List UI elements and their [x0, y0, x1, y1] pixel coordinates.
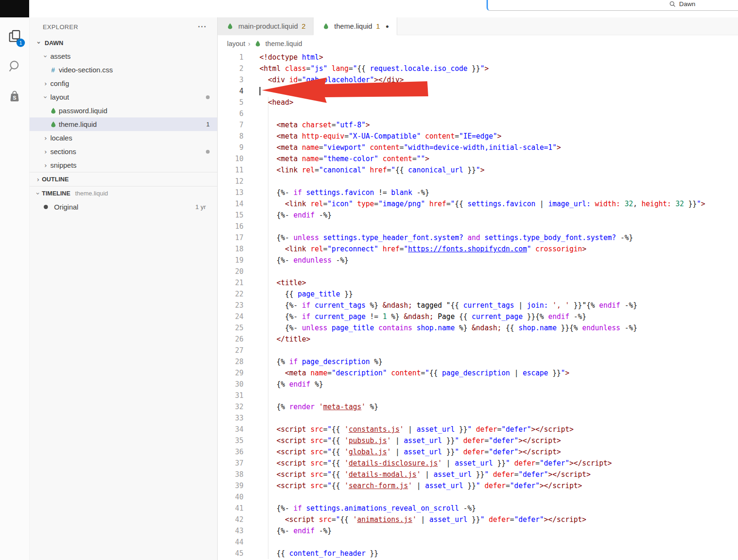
code-line-36[interactable]: 36 <script src="{{ 'global.js' | asset_u…: [218, 446, 738, 458]
line-number[interactable]: 39: [218, 480, 243, 491]
line-number[interactable]: 21: [218, 277, 243, 288]
code-line-21[interactable]: 21 <title>: [218, 277, 738, 288]
code-line-8[interactable]: 8 <meta http-equiv="X-UA-Compatible" con…: [218, 131, 738, 142]
code-line-43[interactable]: 43 {%- endif -%}: [218, 525, 738, 537]
line-number[interactable]: 26: [218, 334, 243, 345]
code-line-15[interactable]: 15 {%- endif -%}: [218, 210, 738, 221]
code-line-17[interactable]: 17 {%- unless settings.type_header_font.…: [218, 232, 738, 243]
dirty-indicator-icon[interactable]: ●: [385, 23, 389, 30]
line-number[interactable]: 33: [218, 412, 243, 424]
code-line-41[interactable]: 41 {%- if settings.animations_reveal_on_…: [218, 503, 738, 514]
tree-item-sections[interactable]: ›sections: [30, 145, 217, 158]
code-line-9[interactable]: 9 <meta name="viewport" content="width=d…: [218, 142, 738, 153]
line-number[interactable]: 32: [218, 401, 243, 412]
line-number[interactable]: 15: [218, 210, 243, 221]
line-number[interactable]: 23: [218, 300, 243, 311]
code-line-39[interactable]: 39 <script src="{{ 'search-form.js' | as…: [218, 480, 738, 491]
code-line-42[interactable]: 42 <script src="{{ 'animations.js' | ass…: [218, 514, 738, 525]
code-line-13[interactable]: 13 {%- if settings.favicon != blank -%}: [218, 187, 738, 198]
code-line-6[interactable]: 6: [218, 108, 738, 119]
timeline-item-Original[interactable]: Original1 yr: [30, 200, 217, 214]
line-number[interactable]: 16: [218, 221, 243, 232]
code-line-38[interactable]: 38 <script src="{{ 'details-modal.js' | …: [218, 469, 738, 480]
code-line-27[interactable]: 27: [218, 345, 738, 356]
code-line-25[interactable]: 25 {%- unless page_title contains shop.n…: [218, 322, 738, 334]
line-number[interactable]: 2: [218, 63, 243, 74]
code-line-30[interactable]: 30 {% endif %}: [218, 379, 738, 390]
tree-item-snippets[interactable]: ›snippets: [30, 158, 217, 172]
code-line-4[interactable]: 4: [218, 86, 738, 97]
search-activity-button[interactable]: [0, 51, 29, 81]
tab-main-product.liquid[interactable]: main-product.liquid2: [218, 17, 314, 35]
line-number[interactable]: 22: [218, 288, 243, 300]
line-number[interactable]: 37: [218, 458, 243, 469]
line-number[interactable]: 9: [218, 142, 243, 153]
code-line-14[interactable]: 14 <link rel="icon" type="image/png" hre…: [218, 198, 738, 210]
code-line-2[interactable]: 2<html class="js" lang="{{ request.local…: [218, 63, 738, 74]
line-number[interactable]: 13: [218, 187, 243, 198]
line-number[interactable]: 12: [218, 176, 243, 187]
code-line-7[interactable]: 7 <meta charset="utf-8">: [218, 119, 738, 131]
line-number[interactable]: 4: [218, 86, 243, 97]
line-number[interactable]: 8: [218, 131, 243, 142]
code-line-16[interactable]: 16: [218, 221, 738, 232]
code-line-40[interactable]: 40: [218, 491, 738, 503]
code-line-18[interactable]: 18 <link rel="preconnect" href="https://…: [218, 243, 738, 255]
code-line-5[interactable]: 5 <head>: [218, 97, 738, 108]
command-center-search[interactable]: Dawn: [487, 0, 738, 11]
line-number[interactable]: 44: [218, 537, 243, 548]
code-line-22[interactable]: 22 {{ page_title }}: [218, 288, 738, 300]
tree-item-locales[interactable]: ›locales: [30, 131, 217, 145]
code-line-44[interactable]: 44: [218, 537, 738, 548]
line-number[interactable]: 7: [218, 119, 243, 131]
code-line-23[interactable]: 23 {%- if current_tags %} &ndash; tagged…: [218, 300, 738, 311]
line-number[interactable]: 6: [218, 108, 243, 119]
code-line-20[interactable]: 20: [218, 266, 738, 277]
code-line-3[interactable]: 3 <div id="qab_placeholder"></div>: [218, 74, 738, 86]
line-number[interactable]: 43: [218, 525, 243, 537]
line-number[interactable]: 11: [218, 164, 243, 176]
line-number[interactable]: 18: [218, 243, 243, 255]
code-line-12[interactable]: 12: [218, 176, 738, 187]
outline-section-header[interactable]: › OUTLINE: [30, 172, 217, 186]
line-number[interactable]: 24: [218, 311, 243, 322]
line-number[interactable]: 34: [218, 424, 243, 435]
tree-item-theme.liquid[interactable]: theme.liquid1: [30, 117, 217, 131]
breadcrumb-item-file[interactable]: theme.liquid: [266, 40, 302, 47]
line-number[interactable]: 19: [218, 255, 243, 266]
line-number[interactable]: 20: [218, 266, 243, 277]
line-number[interactable]: 36: [218, 446, 243, 458]
code-line-29[interactable]: 29 <meta name="description" content="{{ …: [218, 367, 738, 379]
code-line-10[interactable]: 10 <meta name="theme-color" content="">: [218, 153, 738, 164]
line-number[interactable]: 30: [218, 379, 243, 390]
code-line-26[interactable]: 26 </title>: [218, 334, 738, 345]
tree-item-config[interactable]: ›config: [30, 77, 217, 90]
tab-theme.liquid[interactable]: theme.liquid1●: [314, 17, 397, 35]
code-line-31[interactable]: 31: [218, 390, 738, 401]
code-line-33[interactable]: 33: [218, 412, 738, 424]
tree-item-assets[interactable]: ›assets: [30, 49, 217, 63]
timeline-section-header[interactable]: › TIMELINE theme.liquid: [30, 186, 217, 200]
line-number[interactable]: 14: [218, 198, 243, 210]
line-number[interactable]: 31: [218, 390, 243, 401]
line-number[interactable]: 35: [218, 435, 243, 446]
explorer-activity-button[interactable]: 1: [0, 21, 29, 51]
line-number[interactable]: 38: [218, 469, 243, 480]
line-number[interactable]: 17: [218, 232, 243, 243]
shopify-activity-button[interactable]: S: [0, 81, 29, 111]
line-number[interactable]: 25: [218, 322, 243, 334]
root-folder-header[interactable]: › DAWN: [30, 36, 217, 49]
code-line-37[interactable]: 37 <script src="{{ 'details-disclosure.j…: [218, 458, 738, 469]
line-number[interactable]: 45: [218, 548, 243, 559]
more-actions-icon[interactable]: ···: [198, 23, 207, 31]
line-number[interactable]: 41: [218, 503, 243, 514]
code-line-11[interactable]: 11 <link rel="canonical" href="{{ canoni…: [218, 164, 738, 176]
line-number[interactable]: 29: [218, 367, 243, 379]
tree-item-layout[interactable]: ›layout: [30, 90, 217, 104]
code-line-1[interactable]: 1<!doctype html>: [218, 52, 738, 63]
line-number[interactable]: 10: [218, 153, 243, 164]
code-editor[interactable]: 1<!doctype html>2<html class="js" lang="…: [218, 52, 738, 560]
line-number[interactable]: 3: [218, 74, 243, 86]
code-line-45[interactable]: 45 {{ content_for_header }}: [218, 548, 738, 559]
line-number[interactable]: 28: [218, 356, 243, 367]
